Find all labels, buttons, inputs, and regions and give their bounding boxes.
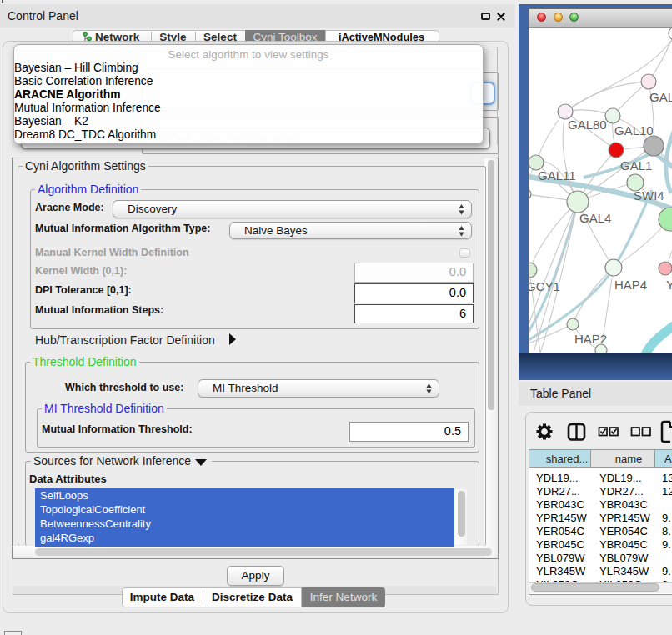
svg-text:GAL7: GAL7 [649, 90, 672, 104]
svg-text:GCY1: GCY1 [529, 279, 560, 293]
svg-text:GAL1: GAL1 [620, 158, 652, 172]
svg-text:HAP2: HAP2 [574, 332, 607, 346]
svg-text:GAL11: GAL11 [538, 168, 576, 182]
svg-text:HAP4: HAP4 [614, 278, 647, 292]
svg-text:GAL4: GAL4 [579, 211, 611, 225]
svg-text:GAL10: GAL10 [614, 123, 654, 138]
svg-text:SWI4: SWI4 [634, 188, 664, 202]
svg-text:GAL80: GAL80 [568, 118, 607, 132]
svg-text:Y: Y [666, 278, 672, 292]
